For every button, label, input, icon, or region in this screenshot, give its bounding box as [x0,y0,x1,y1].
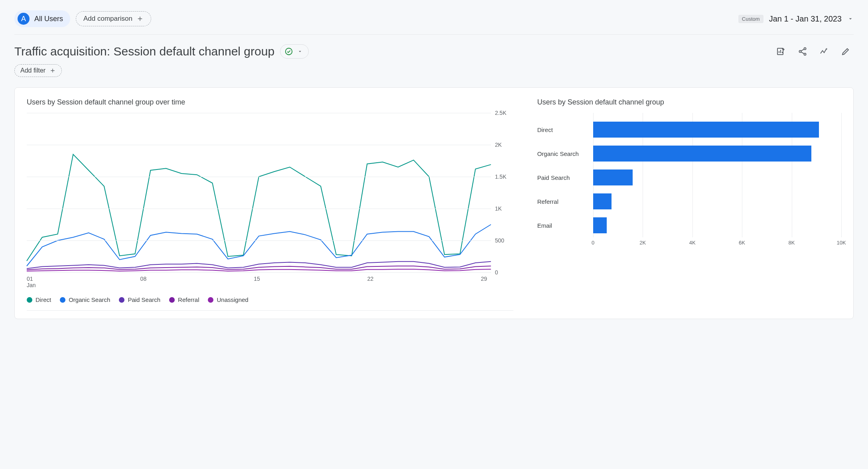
bar-row: Email [537,213,841,237]
audience-label: All Users [34,15,63,23]
line-chart-plot[interactable] [27,113,491,272]
legend-item[interactable]: Referral [169,296,199,303]
legend-dot-icon [60,297,65,303]
sparkle-trend-icon [819,47,829,56]
legend-dot-icon [169,297,175,303]
share-icon [798,47,807,56]
legend-item[interactable]: Organic Search [60,296,110,303]
chart-edit-icon [776,47,786,56]
report-status-dropdown[interactable] [280,44,309,59]
plus-icon [49,67,56,74]
bar-chart-title: Users by Session default channel group [537,98,841,106]
bar-fill[interactable] [593,193,612,209]
date-range-value: Jan 1 - Jan 31, 2023 [769,14,842,24]
audience-badge: A [18,13,30,25]
legend-item-label: Unassigned [217,296,248,303]
bar-fill[interactable] [593,122,819,138]
bar-chart-plot[interactable]: DirectOrganic SearchPaid SearchReferralE… [537,113,841,237]
bar-category-label: Referral [537,198,593,205]
pencil-icon [841,47,850,56]
svg-point-4 [804,53,806,55]
caret-down-icon [297,49,303,54]
legend-item[interactable]: Direct [27,296,51,303]
line-chart-legend: DirectOrganic SearchPaid SearchReferralU… [27,296,513,311]
customize-report-button[interactable] [773,43,789,59]
line-chart-y-axis: 05001K1.5K2K2.5K [491,113,513,272]
page-title: Traffic acquisition: Session default cha… [14,45,274,58]
check-circle-icon [284,47,293,56]
legend-dot-icon [119,297,124,303]
svg-point-3 [799,51,801,53]
bar-row: Organic Search [537,142,841,166]
bar-fill[interactable] [593,169,633,185]
bar-category-label: Direct [537,126,593,133]
legend-item-label: Referral [178,296,199,303]
legend-item-label: Direct [36,296,51,303]
legend-dot-icon [27,297,32,303]
bar-row: Direct [537,118,841,142]
bar-fill[interactable] [593,217,607,233]
legend-item[interactable]: Paid Search [119,296,160,303]
legend-item[interactable]: Unassigned [208,296,248,303]
add-filter-label: Add filter [20,67,45,74]
date-range-picker[interactable]: Custom Jan 1 - Jan 31, 2023 [738,14,854,24]
add-comparison-label: Add comparison [83,15,132,23]
add-comparison-button[interactable]: Add comparison [76,11,151,26]
bar-chart-x-axis: 02K4K6K8K10K [593,240,841,248]
legend-item-label: Organic Search [69,296,110,303]
plus-icon [136,15,144,22]
line-chart-title: Users by Session default channel group o… [27,98,513,106]
svg-point-2 [804,48,806,50]
audience-chip[interactable]: A All Users [14,10,70,27]
line-chart-x-axis: 01Jan08152229 [27,276,513,292]
date-range-type-label: Custom [738,15,763,23]
share-button[interactable] [795,43,811,59]
bar-category-label: Email [537,222,593,229]
svg-point-0 [286,48,292,55]
bar-row: Paid Search [537,166,841,189]
bar-category-label: Organic Search [537,150,593,157]
add-filter-button[interactable]: Add filter [14,64,62,77]
bar-row: Referral [537,189,841,213]
bar-category-label: Paid Search [537,174,593,181]
edit-button[interactable] [838,43,854,59]
bar-fill[interactable] [593,146,812,162]
insights-button[interactable] [816,43,832,59]
legend-item-label: Paid Search [128,296,160,303]
legend-dot-icon [208,297,213,303]
caret-down-icon [847,16,854,22]
